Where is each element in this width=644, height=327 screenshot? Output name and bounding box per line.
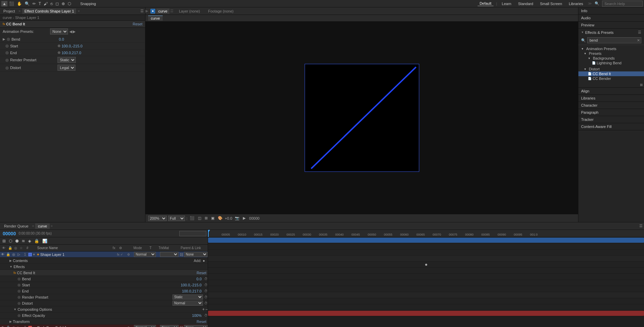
layer2-expand[interactable]: ▶ (32, 326, 36, 327)
effects-search-clear[interactable]: ✕ (637, 38, 640, 43)
comp-subtab-curve[interactable]: curve (148, 16, 163, 21)
effect-reset-button[interactable]: Reset (133, 22, 142, 26)
tab-render-queue[interactable]: Render Queue (1, 223, 31, 229)
start-sub-value[interactable]: 100.0,-215.0 (181, 283, 202, 287)
tab-effect-controls[interactable]: Effect Controls Shape Layer 1 (22, 8, 76, 14)
zoom-select[interactable]: 200% (148, 216, 167, 221)
effect-opacity-value[interactable]: 100% (192, 313, 202, 318)
hand-tool[interactable]: ✋ (16, 1, 23, 6)
comp-options-expand[interactable]: ▼ (14, 308, 17, 311)
layer1-eye[interactable]: 👁 (0, 253, 5, 256)
tree-backgrounds[interactable]: Backgrounds (578, 56, 644, 61)
end-value[interactable]: 100.0,217.0 (62, 51, 81, 55)
eraser-tool[interactable]: ◻ (54, 1, 60, 6)
layer1-mode-select[interactable]: Normal (134, 252, 156, 257)
tl-btn-markers[interactable]: ◈ (27, 238, 32, 244)
timeline-tab-menu[interactable]: ☰ (639, 224, 643, 228)
tree-distort[interactable]: Distort (578, 67, 644, 71)
grid-btn[interactable]: ⊞ (204, 216, 209, 221)
right-preview[interactable]: Preview (578, 22, 644, 29)
tree-cc-bender[interactable]: 📄 CC Bender (578, 76, 644, 81)
distort-select[interactable]: Legal (58, 65, 75, 71)
project-tab-close[interactable]: ✕ (18, 9, 21, 13)
comp-tab-menu[interactable]: ☰ (170, 9, 174, 13)
transparency-btn[interactable]: ◫ (197, 216, 202, 221)
render-queue-close[interactable]: ✕ (32, 224, 34, 228)
right-libraries[interactable]: Libraries (578, 95, 644, 102)
contents-expand[interactable]: ▶ (9, 259, 12, 262)
layer1-trkmat-select[interactable] (160, 252, 179, 257)
layer-2-row[interactable]: 👁 🔒 ◎ ▷ 2 ▶ Dark Gray Solid 1 ⚙ Normal (0, 325, 208, 327)
effects-presets-menu[interactable]: ☰ (638, 30, 641, 35)
timecode-display[interactable]: 00000 (249, 216, 260, 220)
layer2-lock[interactable]: 🔒 (5, 326, 11, 327)
right-align[interactable]: Align (578, 88, 644, 95)
tree-presets[interactable]: Presets (578, 51, 644, 56)
help-search-input[interactable] (602, 1, 643, 7)
bend-expand[interactable]: ▶ (3, 37, 5, 41)
curve-timeline-close[interactable]: ✕ (50, 224, 53, 228)
render-prestart-select[interactable]: Static (58, 57, 76, 63)
layer-1-row[interactable]: 👁 🔒 ◎ ▷ 1 ▼ ★ Shape Layer 1 fx ✓ ⚙ Norma… (0, 252, 208, 258)
plus-icon[interactable]: + (202, 307, 205, 312)
right-info[interactable]: Info (578, 7, 644, 15)
effects-search-input[interactable] (587, 37, 641, 43)
right-audio[interactable]: Audio (578, 15, 644, 22)
minus-icon[interactable]: − (205, 307, 208, 312)
right-content-aware-fill[interactable]: Content-Aware Fill (578, 123, 644, 130)
layer2-parent-select[interactable]: None (184, 325, 208, 327)
end-sub-stopwatch[interactable]: ⏱ (204, 289, 208, 293)
effects-expand[interactable]: ▼ (9, 265, 13, 268)
presets-nav-next[interactable]: ▶ (73, 29, 75, 34)
tl-btn-preview[interactable]: ⬡ (8, 238, 13, 244)
add-btn[interactable]: ● (203, 259, 205, 263)
tl-btn-render[interactable]: ⊞ (1, 238, 7, 244)
compositing-options-row[interactable]: ▼ Compositing Options + − (0, 306, 208, 312)
arrow-tool[interactable]: ▲ (1, 1, 7, 6)
layer1-parent-select[interactable]: None (184, 252, 208, 257)
quality-select[interactable]: Full (168, 216, 185, 221)
layer1-parent-chain[interactable]: ⛓ (179, 253, 184, 257)
opacity-stopwatch[interactable]: ⏱ (204, 313, 208, 317)
cc-bend-it-reset[interactable]: Reset (197, 271, 206, 275)
start-value[interactable]: 100.0,-215.0 (62, 44, 83, 48)
comp-panel-collapse[interactable]: ▶ (145, 9, 148, 13)
brush-tool[interactable]: 🖌 (43, 1, 49, 6)
tl-timecode[interactable]: 00000 (1, 230, 17, 237)
workspace-default[interactable]: Default (478, 1, 493, 6)
right-character[interactable]: Character (578, 102, 644, 109)
layer2-mode-select[interactable]: Normal (134, 325, 156, 327)
d-sub-select[interactable]: Normal (172, 301, 203, 306)
effects-options-icon[interactable]: ⊠ (640, 83, 643, 87)
tab-curve-timeline[interactable]: curve (35, 223, 50, 229)
tab-project[interactable]: Project (1, 8, 17, 14)
rp-sub-select[interactable]: Static (172, 295, 203, 300)
transform-row[interactable]: ▶ Transform Reset (0, 319, 208, 325)
transform-reset[interactable]: Reset (197, 320, 206, 324)
layer1-fx[interactable]: ▷ (16, 253, 22, 256)
right-paragraph[interactable]: Paragraph (578, 109, 644, 116)
comp-tab-curve[interactable]: curve (156, 8, 169, 14)
presets-nav-prev[interactable]: ◀ (69, 29, 72, 34)
effects-presets-title[interactable]: ▼ Effects & Presets ☰ (578, 29, 644, 36)
end-sub-value[interactable]: 100.0,217.0 (182, 289, 202, 293)
tree-animation-presets[interactable]: Animation Presets (578, 46, 644, 51)
left-panel-menu[interactable]: ☰ (140, 9, 144, 13)
tree-cc-bend-it[interactable]: 📄 CC Bend It (578, 71, 644, 76)
bend-sub-value[interactable]: 0.0 (197, 277, 202, 281)
channels-btn[interactable]: ▣ (210, 216, 215, 221)
pen-tool[interactable]: ✏ (31, 1, 37, 6)
layer2-trkmat-select[interactable]: None (160, 325, 179, 327)
clone-tool[interactable]: ⎋ (49, 1, 54, 6)
fit-to-frame-btn[interactable]: ⬛ (189, 216, 196, 221)
effects-row[interactable]: ▼ Effects (0, 264, 208, 270)
start-sub-stopwatch[interactable]: ⏱ (204, 283, 208, 287)
tl-btn-expressions[interactable]: ≋ (21, 238, 26, 244)
workspace-libraries[interactable]: Libraries (567, 1, 585, 6)
bend-sub-stopwatch[interactable]: ⏱ (204, 277, 208, 281)
layer2-solo[interactable]: ◎ (11, 326, 16, 327)
layer1-lock[interactable]: 🔒 (5, 253, 11, 256)
rp-sub-stopwatch[interactable]: ⏱ (204, 295, 208, 299)
preview-btn[interactable]: ▶ (242, 216, 247, 221)
workspace-standard[interactable]: Standard (516, 1, 535, 6)
